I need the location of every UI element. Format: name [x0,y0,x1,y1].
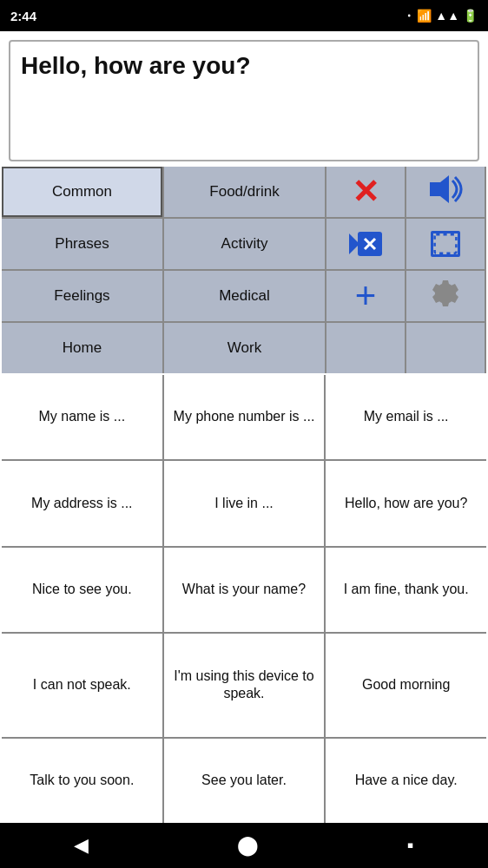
backspace-button[interactable] [326,219,405,269]
plus-icon: + [355,275,377,317]
signal-icon: ▲▲ [435,9,459,23]
phrase-see-later[interactable]: See you later. [164,739,325,823]
category-medical[interactable]: Medical [164,271,325,321]
category-home[interactable]: Home [2,323,162,373]
clear-button[interactable]: ✕ [326,167,405,217]
add-button[interactable]: + [326,271,405,321]
expand-icon [431,231,460,257]
phrase-grid: My name is ... My phone number is ... My… [2,375,486,823]
time-display: 2:44 [10,9,36,23]
home-button[interactable]: ⬤ [237,834,259,857]
phrase-name[interactable]: My name is ... [2,375,162,459]
output-area[interactable]: Hello, how are you? [9,40,479,161]
phrase-nice-day[interactable]: Have a nice day. [326,739,486,823]
category-food[interactable]: Food/drink [164,167,325,217]
speaker-icon [426,174,465,211]
output-text: Hello, how are you? [21,52,250,79]
category-activity[interactable]: Activity [164,219,325,269]
phrase-cannot-speak[interactable]: I can not speak. [2,634,162,736]
phrase-fine[interactable]: I am fine, thank you. [326,548,486,632]
category-control-grid: Common Food/drink ✕ Phrases Activity [2,167,486,373]
expand-button[interactable] [406,219,485,269]
category-feelings[interactable]: Feelings [2,271,162,321]
speak-button[interactable] [406,167,485,217]
x-icon: ✕ [352,175,379,208]
back-button[interactable]: ◀ [74,834,89,857]
wifi-icon [398,10,413,22]
phrase-phone[interactable]: My phone number is ... [164,375,325,459]
status-icons: 📶 ▲▲ 🔋 [398,9,478,23]
phrase-using-device[interactable]: I'm using this device to speak. [164,634,325,736]
svg-point-0 [408,15,411,17]
category-phrases[interactable]: Phrases [2,219,162,269]
phrase-live[interactable]: I live in ... [164,461,325,545]
svg-marker-1 [430,175,449,203]
category-common[interactable]: Common [2,167,162,217]
nav-bar: ◀ ⬤ ▪ [0,823,488,868]
app-container: Hello, how are you? Common Food/drink ✕ … [0,31,488,823]
phrase-what-name[interactable]: What is your name? [164,548,325,632]
backspace-icon [347,230,384,258]
ctrl-empty-1 [326,323,405,373]
phrase-good-morning[interactable]: Good morning [326,634,486,736]
battery-icon: 🔋 [463,9,478,23]
phrase-talk-soon[interactable]: Talk to you soon. [2,739,162,823]
gear-icon [431,279,460,314]
ctrl-empty-2 [406,323,485,373]
phrase-address[interactable]: My address is ... [2,461,162,545]
category-work[interactable]: Work [164,323,325,373]
recents-button[interactable]: ▪ [407,834,414,857]
svg-rect-6 [435,234,457,253]
phrase-email[interactable]: My email is ... [326,375,486,459]
network-icon: 📶 [417,9,432,23]
settings-button[interactable] [406,271,485,321]
phrase-hello[interactable]: Hello, how are you? [326,461,486,545]
status-bar: 2:44 📶 ▲▲ 🔋 [0,0,488,31]
phrase-nice[interactable]: Nice to see you. [2,548,162,632]
